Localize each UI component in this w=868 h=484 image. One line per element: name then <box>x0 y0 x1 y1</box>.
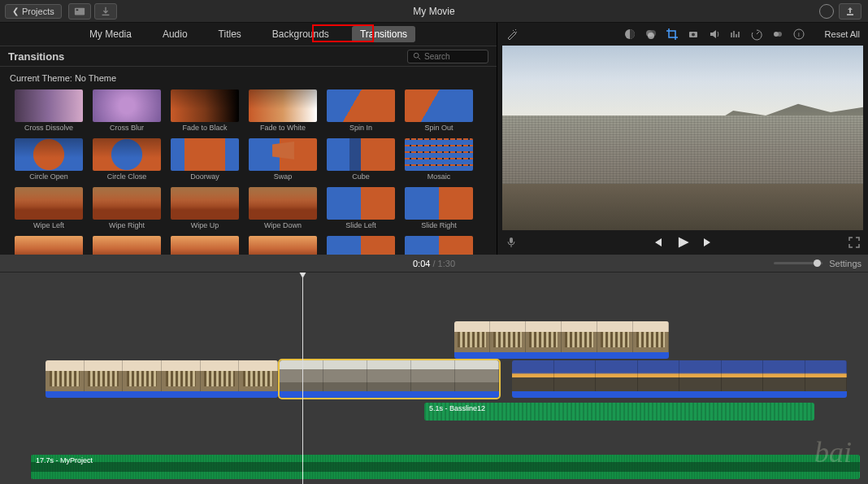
media-tabs: My Media Audio Titles Backgrounds Transi… <box>0 23 497 46</box>
panel-title: Transitions <box>8 50 64 63</box>
microphone-icon[interactable] <box>506 237 517 248</box>
transition-item[interactable] <box>15 236 83 255</box>
projects-label: Projects <box>22 7 54 16</box>
audio-clip-bassline[interactable]: 5.1s - Bassline12 <box>424 403 814 421</box>
transition-doorway[interactable]: Doorway <box>171 138 239 181</box>
play-button[interactable] <box>675 235 690 250</box>
transition-swap[interactable]: Swap <box>249 138 317 181</box>
svg-rect-1 <box>76 9 78 11</box>
transition-wipe-up[interactable]: Wipe Up <box>171 187 239 229</box>
video-preview[interactable] <box>502 46 863 230</box>
fullscreen-icon[interactable] <box>848 237 860 248</box>
clip-filter-icon[interactable] <box>771 28 784 41</box>
svg-rect-14 <box>510 238 513 243</box>
video-clip-1[interactable] <box>46 360 278 398</box>
tab-my-media[interactable]: My Media <box>81 26 140 42</box>
transition-slide-left[interactable]: Slide Left <box>327 187 395 229</box>
watermark: bai <box>814 435 852 469</box>
noise-reduction-icon[interactable] <box>729 28 742 41</box>
transition-wipe-right[interactable]: Wipe Right <box>93 187 161 229</box>
zoom-slider[interactable] <box>774 262 822 264</box>
svg-rect-0 <box>75 7 85 15</box>
transition-circle-close[interactable]: Circle Close <box>93 138 161 181</box>
transition-cube[interactable]: Cube <box>327 138 395 181</box>
share-icon <box>845 7 855 16</box>
projects-button[interactable]: ❮ Projects <box>5 4 62 19</box>
svg-point-11 <box>777 32 782 37</box>
transition-item[interactable] <box>93 236 161 255</box>
download-icon <box>100 6 111 17</box>
search-icon <box>413 52 421 60</box>
transition-cross-dissolve[interactable]: Cross Dissolve <box>15 89 83 132</box>
color-balance-icon[interactable] <box>623 28 636 41</box>
speed-icon[interactable] <box>750 28 763 41</box>
svg-point-2 <box>414 53 419 58</box>
tab-backgrounds[interactable]: Backgrounds <box>264 26 337 42</box>
window-title: My Movie <box>413 6 454 17</box>
transition-mosaic[interactable]: Mosaic <box>405 138 473 181</box>
search-field[interactable] <box>407 50 488 63</box>
tab-titles[interactable]: Titles <box>210 26 250 42</box>
prev-button[interactable] <box>651 237 662 248</box>
transition-spin-in[interactable]: Spin In <box>327 89 395 132</box>
playhead[interactable] <box>302 273 303 484</box>
svg-text:i: i <box>798 31 800 38</box>
transition-item[interactable] <box>171 236 239 255</box>
timeline-time: 0:04 / 1:30 <box>413 259 455 268</box>
transition-wipe-down[interactable]: Wipe Down <box>249 187 317 229</box>
video-clip-2-selected[interactable] <box>280 360 499 398</box>
transitions-grid: Cross Dissolve Cross Blur Fade to Black … <box>0 89 497 255</box>
transition-cross-blur[interactable]: Cross Blur <box>93 89 161 132</box>
transition-spin-out[interactable]: Spin Out <box>405 89 473 132</box>
svg-point-7 <box>648 33 654 39</box>
record-button[interactable] <box>819 4 834 19</box>
next-button[interactable] <box>703 237 714 248</box>
transition-fade-white[interactable]: Fade to White <box>249 89 317 132</box>
transition-item[interactable] <box>249 236 317 255</box>
info-icon[interactable]: i <box>792 28 805 41</box>
svg-line-3 <box>419 58 421 60</box>
share-button[interactable] <box>839 3 861 20</box>
video-clip-3[interactable] <box>512 360 847 398</box>
theme-label: Current Theme: No Theme <box>0 67 497 89</box>
media-icon <box>74 6 85 17</box>
search-input[interactable] <box>424 52 481 61</box>
tab-transitions[interactable]: Transitions <box>352 26 415 42</box>
transition-fade-black[interactable]: Fade to Black <box>171 89 239 132</box>
color-correction-icon[interactable] <box>644 28 658 41</box>
volume-icon[interactable] <box>708 28 721 41</box>
tab-audio[interactable]: Audio <box>154 26 196 42</box>
reset-all-button[interactable]: Reset All <box>825 29 860 39</box>
crop-icon[interactable] <box>666 28 679 41</box>
stabilization-icon[interactable] <box>687 28 700 41</box>
chevron-left-icon: ❮ <box>12 7 19 15</box>
transition-circle-open[interactable]: Circle Open <box>15 138 83 181</box>
audio-clip-project[interactable]: 17.7s - MyProject <box>31 455 860 479</box>
settings-button[interactable]: Settings <box>829 259 861 268</box>
import-media-button[interactable] <box>68 3 91 20</box>
video-clip-upper[interactable] <box>454 321 669 359</box>
transition-slide-right[interactable]: Slide Right <box>405 187 473 229</box>
magic-wand-icon[interactable] <box>506 28 519 41</box>
transition-wipe-left[interactable]: Wipe Left <box>15 187 83 229</box>
svg-point-9 <box>692 33 695 37</box>
transition-item[interactable] <box>405 236 473 255</box>
download-button[interactable] <box>94 3 117 20</box>
transition-item[interactable] <box>327 236 395 255</box>
